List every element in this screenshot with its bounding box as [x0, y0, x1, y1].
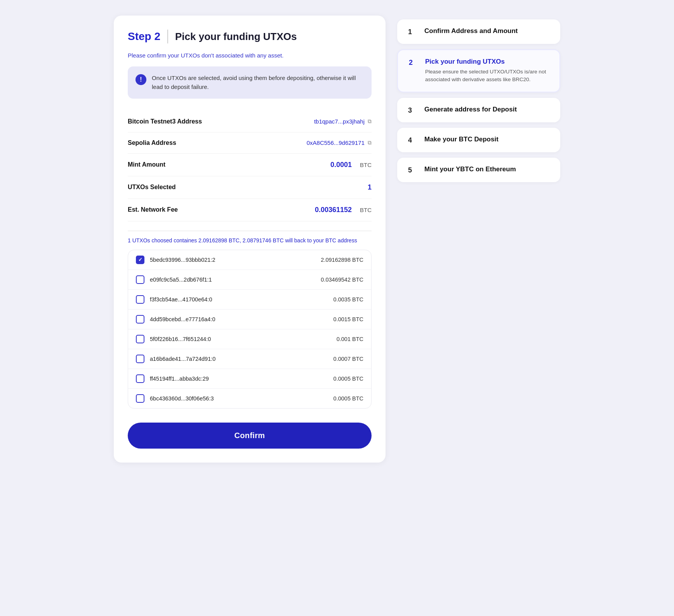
sidebar-step-5[interactable]: 5Mint your YBTC on Ethereum: [397, 158, 560, 182]
utxo-id: 6bc436360d...30f06e56:3: [150, 395, 214, 402]
step-header-divider: [167, 30, 168, 44]
sidebar-step-desc: Please ensure the selected UTXO/UTXOs is…: [425, 68, 549, 84]
utxo-summary: 1 UTXOs choosed containes 2.09162898 BTC…: [128, 237, 372, 244]
utxo-list: 5bedc93996...93bbb021:22.09162898 BTCe09…: [128, 250, 372, 409]
sidebar-step-3[interactable]: 3Generate address for Deposit: [397, 98, 560, 122]
field-mint-label: Mint Amount: [128, 161, 165, 168]
utxo-row[interactable]: 5f0f226b16...7f651244:00.001 BTC: [128, 329, 371, 349]
field-fee-value: 0.00361152 BTC: [315, 206, 372, 214]
utxo-id: ff45194ff1...abba3dc:29: [150, 376, 209, 382]
sidebar-step-4[interactable]: 4Make your BTC Deposit: [397, 128, 560, 152]
sidebar-step-num: 5: [408, 166, 417, 174]
confirm-button[interactable]: Confirm: [128, 423, 372, 449]
utxo-row[interactable]: 5bedc93996...93bbb021:22.09162898 BTC: [128, 250, 371, 270]
copy-sepolia-icon[interactable]: ⧉: [368, 139, 372, 146]
step-title: Pick your funding UTXOs: [175, 31, 297, 43]
sidebar-step-title: Confirm Address and Amount: [424, 27, 518, 35]
sidebar-step-num: 1: [408, 28, 417, 36]
field-utxos-label: UTXOs Selected: [128, 184, 176, 191]
utxo-row[interactable]: ff45194ff1...abba3dc:290.0005 BTC: [128, 369, 371, 389]
field-network-fee: Est. Network Fee 0.00361152 BTC: [128, 199, 372, 221]
utxo-id: 4dd59bcebd...e77716a4:0: [150, 316, 215, 322]
field-mint-amount: Mint Amount 0.0001 BTC: [128, 154, 372, 176]
field-mint-value: 0.0001 BTC: [330, 161, 372, 169]
field-sepolia-address: Sepolia Address 0xA8C556...9d629171 ⧉: [128, 132, 372, 154]
field-btc-value: tb1qpac7...px3jhahj ⧉: [314, 118, 372, 125]
utxo-row[interactable]: f3f3cb54ae...41700e64:00.0035 BTC: [128, 290, 371, 310]
info-box: ! Once UTXOs are selected, avoid using t…: [128, 66, 372, 99]
sidebar-step-num: 2: [409, 59, 417, 67]
utxo-row[interactable]: 4dd59bcebd...e77716a4:00.0015 BTC: [128, 310, 371, 329]
sidebar: 1Confirm Address and Amount2Pick your fu…: [397, 16, 560, 182]
utxo-id: 5f0f226b16...7f651244:0: [150, 336, 211, 342]
field-btc-address: Bitcoin Testnet3 Address tb1qpac7...px3j…: [128, 111, 372, 132]
utxo-amount: 0.0005 BTC: [334, 376, 363, 382]
utxo-checkbox[interactable]: [136, 355, 144, 363]
sidebar-step-num: 3: [408, 106, 417, 115]
sidebar-step-2[interactable]: 2Pick your funding UTXOsPlease ensure th…: [397, 49, 560, 92]
field-sepolia-label: Sepolia Address: [128, 139, 176, 146]
sidebar-step-title: Mint your YBTC on Ethereum: [424, 165, 516, 173]
sidebar-step-title: Make your BTC Deposit: [424, 136, 499, 143]
utxo-amount: 0.0015 BTC: [334, 316, 363, 322]
utxo-checkbox[interactable]: [136, 394, 144, 403]
sidebar-step-1[interactable]: 1Confirm Address and Amount: [397, 19, 560, 44]
sidebar-step-title: Generate address for Deposit: [424, 106, 517, 113]
utxo-checkbox[interactable]: [136, 335, 144, 343]
info-text: Once UTXOs are selected, avoid using the…: [152, 73, 364, 92]
field-fee-label: Est. Network Fee: [128, 206, 178, 213]
info-icon: !: [135, 74, 146, 85]
step-header: Step 2 Pick your funding UTXOs: [128, 30, 372, 44]
utxo-checkbox[interactable]: [136, 374, 144, 383]
utxo-amount: 0.0005 BTC: [334, 395, 363, 402]
utxo-amount: 0.03469542 BTC: [321, 277, 363, 283]
sidebar-step-title: Pick your funding UTXOs: [425, 58, 549, 66]
field-utxos-value: 1: [368, 183, 372, 191]
step-badge: Step 2: [128, 30, 160, 43]
utxo-checkbox[interactable]: [136, 295, 144, 304]
section-divider: [128, 231, 372, 231]
field-sepolia-value: 0xA8C556...9d629171 ⧉: [307, 139, 372, 146]
utxo-row[interactable]: 6bc436360d...30f06e56:30.0005 BTC: [128, 389, 371, 408]
copy-btc-icon[interactable]: ⧉: [368, 118, 372, 125]
utxo-amount: 0.0035 BTC: [334, 296, 363, 303]
utxo-checkbox[interactable]: [136, 275, 144, 284]
sidebar-step-num: 4: [408, 136, 417, 144]
utxo-id: a16b6ade41...7a724d91:0: [150, 356, 215, 362]
utxo-id: e09fc9c5a5...2db676f1:1: [150, 277, 212, 283]
utxo-row[interactable]: a16b6ade41...7a724d91:00.0007 BTC: [128, 349, 371, 369]
field-utxos-selected: UTXOs Selected 1: [128, 176, 372, 199]
fields-section: Bitcoin Testnet3 Address tb1qpac7...px3j…: [128, 111, 372, 221]
field-btc-label: Bitcoin Testnet3 Address: [128, 118, 202, 125]
utxo-amount: 0.001 BTC: [337, 336, 363, 342]
utxo-id: f3f3cb54ae...41700e64:0: [150, 296, 212, 303]
utxo-id: 5bedc93996...93bbb021:2: [150, 257, 215, 263]
utxo-checkbox[interactable]: [136, 315, 144, 324]
utxo-amount: 2.09162898 BTC: [321, 257, 363, 263]
main-card: Step 2 Pick your funding UTXOs Please co…: [114, 16, 386, 463]
utxo-amount: 0.0007 BTC: [334, 356, 363, 362]
step-subtitle: Please confirm your UTXOs don't associat…: [128, 52, 372, 59]
utxo-row[interactable]: e09fc9c5a5...2db676f1:10.03469542 BTC: [128, 270, 371, 290]
utxo-checkbox[interactable]: [136, 256, 144, 264]
